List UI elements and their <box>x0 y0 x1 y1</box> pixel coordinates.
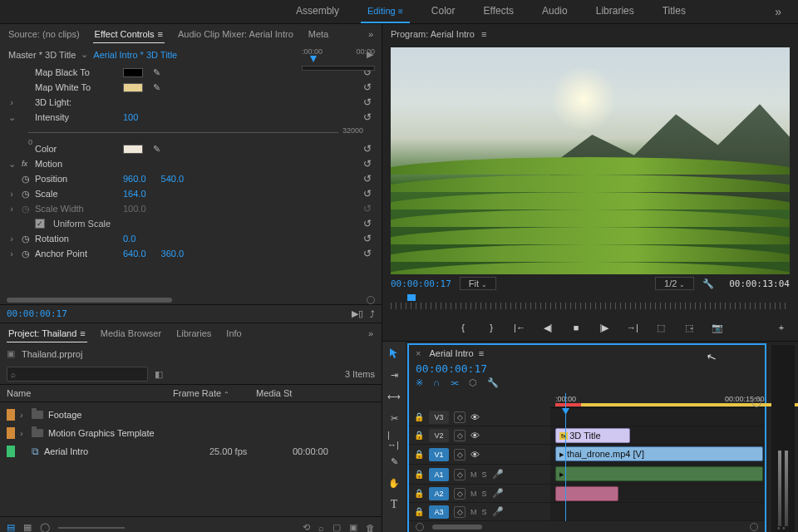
stopwatch-icon[interactable]: ◷ <box>22 174 30 185</box>
timeline-scroll-right[interactable]: ◯ <box>751 397 761 407</box>
tab-source[interactable]: Source: (no clips) <box>7 26 81 42</box>
color-swatch-white[interactable] <box>123 83 143 92</box>
workspace-assembly[interactable]: Assembly <box>289 0 346 23</box>
lock-icon[interactable]: 🔒 <box>414 470 424 479</box>
pen-tool[interactable]: ✎ <box>387 455 401 468</box>
filter-bin-icon[interactable]: ◧ <box>155 369 163 380</box>
panel-overflow[interactable]: » <box>367 26 375 42</box>
chevron-right-icon[interactable]: › <box>7 189 17 199</box>
mark-in-button[interactable]: { <box>456 323 470 332</box>
clip-audio[interactable]: ▸ <box>555 466 763 481</box>
workspace-effects[interactable]: Effects <box>477 0 520 23</box>
magnet-icon[interactable]: ∩ <box>433 377 440 388</box>
workspace-color[interactable]: Color <box>425 0 462 23</box>
lane-v2[interactable]: fx3D Title <box>550 426 765 445</box>
stopwatch-icon[interactable]: ◷ <box>22 204 30 214</box>
list-view-icon[interactable]: ▤ <box>7 522 15 532</box>
position-y[interactable]: 540.0 <box>161 174 185 184</box>
extract-button[interactable]: ⬚̵ <box>682 323 696 333</box>
chevron-right-icon[interactable]: › <box>7 249 17 259</box>
workspace-editing[interactable]: Editing ≡ <box>361 0 410 23</box>
export-frame-button[interactable]: 📷 <box>711 323 724 333</box>
col-name[interactable]: Name <box>7 388 173 398</box>
ec-scrollbar[interactable] <box>7 296 375 304</box>
icon-view-icon[interactable]: ▦ <box>23 522 32 532</box>
lane-v3[interactable] <box>550 408 765 426</box>
anchor-x[interactable]: 640.0 <box>123 249 146 259</box>
stopwatch-icon[interactable]: ◷ <box>22 234 30 244</box>
playhead-icon[interactable] <box>310 56 317 62</box>
meter-options-icon[interactable]: ∘∘ <box>776 525 786 532</box>
mic-icon[interactable]: 🎤 <box>492 469 504 480</box>
timeline-zoom-scrollbar[interactable] <box>409 521 765 532</box>
lane-v1[interactable]: ▸thai_drone.mp4 [V] <box>550 445 765 465</box>
reset-button[interactable]: ↺ <box>363 233 375 244</box>
slip-tool[interactable]: |↔| <box>387 433 401 446</box>
go-to-out-button[interactable]: →| <box>626 323 639 332</box>
freeform-view-icon[interactable]: ◯ <box>40 522 50 532</box>
eye-icon[interactable]: 👁 <box>470 450 480 460</box>
mute-button[interactable]: M <box>470 470 477 479</box>
tab-metadata[interactable]: Meta <box>307 26 330 42</box>
chevron-right-icon[interactable]: › <box>7 234 17 244</box>
reset-button[interactable]: ↺ <box>363 218 375 229</box>
clip-3d-title[interactable]: fx3D Title <box>555 428 630 443</box>
eye-icon[interactable]: 👁 <box>470 412 480 422</box>
close-icon[interactable]: × <box>416 348 421 358</box>
track-v1[interactable]: V1 <box>429 448 449 461</box>
play-only-icon[interactable]: ▶▯ <box>352 308 363 319</box>
tab-audio-clip-mixer[interactable]: Audio Clip Mixer: Aerial Intro <box>176 26 295 42</box>
ec-time-ruler[interactable]: :00:00 00:00 <box>302 47 375 87</box>
new-item-icon[interactable]: ▣ <box>349 522 357 532</box>
linked-selection-icon[interactable]: ⫘ <box>450 377 459 388</box>
mic-icon[interactable]: 🎤 <box>492 488 504 499</box>
reset-button[interactable]: ↺ <box>363 96 375 108</box>
chevron-down-icon[interactable]: ⌄ <box>7 159 17 170</box>
go-to-in-button[interactable]: |← <box>513 323 526 332</box>
selection-tool[interactable] <box>387 347 401 360</box>
reset-button[interactable]: ↺ <box>363 111 375 123</box>
lane-a2[interactable] <box>550 485 765 503</box>
program-timecode-left[interactable]: 00:00:00:17 <box>391 279 451 288</box>
stopwatch-icon[interactable]: ◷ <box>22 249 30 259</box>
reset-button[interactable]: ↺ <box>363 248 375 259</box>
panel-menu-icon[interactable]: ≡ <box>481 29 486 39</box>
stopwatch-icon[interactable]: ◷ <box>22 189 30 200</box>
workspace-audio[interactable]: Audio <box>535 0 574 23</box>
uniform-scale-checkbox[interactable]: ✓ <box>35 219 45 229</box>
eye-icon[interactable]: 👁 <box>470 431 480 441</box>
tab-libraries[interactable]: Libraries <box>175 325 213 342</box>
tab-effect-controls[interactable]: Effect Controls≡ <box>93 26 165 43</box>
workspace-libraries[interactable]: Libraries <box>589 0 641 23</box>
list-item[interactable]: › Footage <box>0 406 382 424</box>
eyedropper-icon[interactable]: ✎ <box>153 67 160 78</box>
sync-lock-icon[interactable]: ◇ <box>454 449 466 461</box>
sync-lock-icon[interactable]: ◇ <box>454 506 466 518</box>
chevron-right-icon[interactable]: › <box>7 97 17 107</box>
step-forward-button[interactable]: |▶ <box>598 323 611 333</box>
tab-info[interactable]: Info <box>224 325 243 342</box>
tab-media-browser[interactable]: Media Browser <box>99 325 163 342</box>
program-monitor[interactable] <box>391 47 790 274</box>
chevron-down-icon[interactable]: ⌄ <box>81 49 88 60</box>
lock-icon[interactable]: 🔒 <box>414 412 424 421</box>
settings-icon[interactable]: 🔧 <box>702 278 714 289</box>
track-a2[interactable]: A2 <box>429 487 449 500</box>
mute-button[interactable]: M <box>470 490 477 498</box>
chevron-right-icon[interactable]: › <box>20 410 27 420</box>
reset-button[interactable]: ↺ <box>363 173 375 185</box>
color-swatch[interactable] <box>123 145 143 154</box>
export-icon[interactable]: ⤴ <box>370 309 375 319</box>
lift-button[interactable]: ⬚ <box>654 323 667 333</box>
position-x[interactable]: 960.0 <box>123 174 146 184</box>
sync-lock-icon[interactable]: ◇ <box>454 488 466 500</box>
reset-button[interactable]: ↺ <box>363 143 375 155</box>
track-v2[interactable]: V2 <box>429 429 449 442</box>
find-icon[interactable]: ⌕ <box>318 523 324 533</box>
eyedropper-icon[interactable]: ✎ <box>153 144 160 155</box>
snap-icon[interactable]: ※ <box>416 377 423 388</box>
lock-icon[interactable]: 🔒 <box>414 489 424 498</box>
mic-icon[interactable]: 🎤 <box>492 506 504 517</box>
track-v3[interactable]: V3 <box>429 411 449 424</box>
workspace-overflow-button[interactable]: » <box>765 5 791 18</box>
